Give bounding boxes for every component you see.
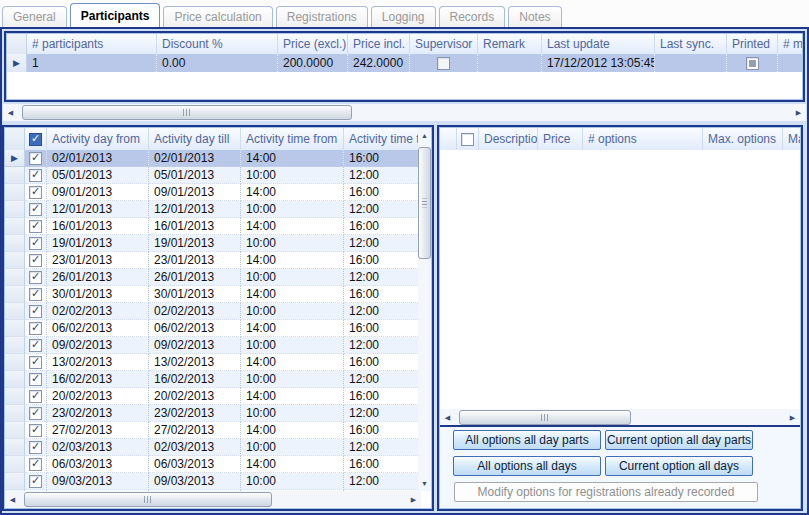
scroll-up-icon[interactable]: ▲: [418, 128, 431, 143]
activity-row[interactable]: 06/03/2013 06/03/2013 14:00 16:00: [5, 456, 418, 473]
current-option-all-days-button[interactable]: Current option all days: [605, 456, 753, 476]
activity-checkbox[interactable]: [29, 169, 42, 182]
col-printed[interactable]: Printed: [727, 34, 778, 54]
activity-row[interactable]: 09/01/2013 09/01/2013 14:00 16:00: [5, 184, 418, 201]
col-participants[interactable]: # participants: [27, 34, 157, 54]
activity-row[interactable]: 30/01/2013 30/01/2013 14:00 16:00: [5, 286, 418, 303]
col-remark[interactable]: Remark: [478, 34, 542, 54]
row-header-cell[interactable]: [5, 184, 25, 201]
row-header-cell[interactable]: [5, 473, 25, 490]
row-header-cell[interactable]: [5, 303, 25, 320]
current-option-all-day-parts-button[interactable]: Current option all day parts: [605, 430, 753, 450]
row-header-cell[interactable]: [5, 388, 25, 405]
scroll-left-icon[interactable]: ◀: [3, 104, 18, 121]
activity-row[interactable]: 02/03/2013 02/03/2013 10:00 12:00: [5, 439, 418, 456]
row-header-cell[interactable]: [5, 201, 25, 218]
participants-hscrollbar-thumb[interactable]: [22, 105, 352, 120]
modify-options-button[interactable]: Modify options for registrations already…: [454, 482, 758, 502]
activity-vscrollbar-thumb[interactable]: [418, 147, 431, 259]
row-header-cell[interactable]: [5, 337, 25, 354]
row-header-cell[interactable]: [5, 320, 25, 337]
activity-row[interactable]: 26/01/2013 26/01/2013 10:00 12:00: [5, 269, 418, 286]
row-header-cell[interactable]: ▶: [5, 150, 25, 167]
col-price-excl[interactable]: Price (excl.): [278, 34, 348, 54]
activity-row[interactable]: 09/03/2013 09/03/2013 10:00 12:00: [5, 473, 418, 490]
row-header-cell[interactable]: [5, 456, 25, 473]
col-price[interactable]: Price: [538, 128, 583, 150]
activity-row[interactable]: 20/02/2013 20/02/2013 14:00 16:00: [5, 388, 418, 405]
row-header-cell[interactable]: [5, 439, 25, 456]
activity-checkbox[interactable]: [29, 305, 42, 318]
activity-row[interactable]: 23/02/2013 23/02/2013 10:00 12:00: [5, 405, 418, 422]
row-header-cell[interactable]: [5, 167, 25, 184]
col-ma-truncated[interactable]: Ma: [783, 128, 800, 150]
activity-row[interactable]: 19/01/2013 19/01/2013 10:00 12:00: [5, 235, 418, 252]
tab-notes[interactable]: Notes: [508, 6, 561, 27]
activity-row[interactable]: 05/01/2013 05/01/2013 10:00 12:00: [5, 167, 418, 184]
activity-vscrollbar-track[interactable]: [418, 143, 431, 476]
supervisor-checkbox[interactable]: [437, 57, 450, 70]
activity-checkbox[interactable]: [29, 220, 42, 233]
col-activity-day-till[interactable]: Activity day till: [149, 128, 241, 150]
tab-general[interactable]: General: [2, 6, 67, 27]
activity-row[interactable]: ▶ 02/01/2013 02/01/2013 14:00 16:00: [5, 150, 418, 167]
activity-checkbox[interactable]: [29, 424, 42, 437]
col-num-options[interactable]: # options: [583, 128, 703, 150]
row-header-cell[interactable]: [5, 422, 25, 439]
activity-checkbox[interactable]: [29, 203, 42, 216]
activity-checkbox[interactable]: [29, 458, 42, 471]
activity-checkbox[interactable]: [29, 288, 42, 301]
activity-checkbox[interactable]: [29, 475, 42, 488]
all-options-all-days-button[interactable]: All options all days: [453, 456, 601, 476]
activity-checkbox[interactable]: [29, 186, 42, 199]
col-description[interactable]: Description: [479, 128, 538, 150]
scroll-right-icon[interactable]: ▶: [785, 409, 800, 426]
row-header-cell[interactable]: [5, 252, 25, 269]
participants-hscrollbar-track[interactable]: [18, 105, 791, 120]
activity-row[interactable]: 27/02/2013 27/02/2013 14:00 16:00: [5, 422, 418, 439]
activity-row[interactable]: 09/02/2013 09/02/2013 10:00 12:00: [5, 337, 418, 354]
select-all-activities-checkbox[interactable]: [29, 133, 42, 146]
scroll-left-icon[interactable]: ◀: [440, 409, 455, 426]
activity-row[interactable]: 23/01/2013 23/01/2013 14:00 16:00: [5, 252, 418, 269]
col-max-options[interactable]: Max. options: [703, 128, 783, 150]
scroll-left-icon[interactable]: ◀: [5, 491, 20, 508]
col-activity-time-from[interactable]: Activity time from: [241, 128, 344, 150]
activity-row[interactable]: 16/02/2013 16/02/2013 10:00 12:00: [5, 371, 418, 388]
options-hscrollbar[interactable]: ◀ ▶: [440, 409, 800, 426]
activity-checkbox[interactable]: [29, 237, 42, 250]
options-hscrollbar-thumb[interactable]: [459, 410, 631, 425]
participant-row[interactable]: ▶ 1 0.00 200.0000 242.0000 17/12/2012 13…: [7, 54, 802, 72]
activity-checkbox[interactable]: [29, 152, 42, 165]
tab-price-calculation[interactable]: Price calculation: [163, 6, 272, 27]
activity-checkbox[interactable]: [29, 254, 42, 267]
printed-checkbox[interactable]: [746, 57, 759, 70]
row-header-cell[interactable]: [5, 405, 25, 422]
col-extra[interactable]: # ma: [778, 34, 802, 54]
activity-hscrollbar[interactable]: ◀ ▶: [5, 491, 421, 508]
scroll-right-icon[interactable]: ▶: [406, 491, 421, 508]
row-header-cell[interactable]: [5, 371, 25, 388]
tab-participants[interactable]: Participants: [70, 3, 161, 27]
row-header-cell[interactable]: ▶: [7, 54, 27, 72]
options-hscrollbar-track[interactable]: [455, 410, 785, 425]
activity-row[interactable]: 06/02/2013 06/02/2013 14:00 16:00: [5, 320, 418, 337]
tab-logging[interactable]: Logging: [371, 6, 436, 27]
all-options-all-day-parts-button[interactable]: All options all day parts: [453, 430, 601, 450]
col-last-sync[interactable]: Last sync.: [655, 34, 727, 54]
row-header-cell[interactable]: [5, 286, 25, 303]
activity-checkbox[interactable]: [29, 322, 42, 335]
select-all-options-checkbox[interactable]: [461, 133, 474, 146]
row-header-cell[interactable]: [5, 218, 25, 235]
tab-records[interactable]: Records: [439, 6, 506, 27]
activity-checkbox[interactable]: [29, 373, 42, 386]
col-price-incl[interactable]: Price incl.: [348, 34, 410, 54]
activity-row[interactable]: 02/02/2013 02/02/2013 10:00 12:00: [5, 303, 418, 320]
col-last-update[interactable]: Last update: [542, 34, 655, 54]
activity-hscrollbar-track[interactable]: [20, 492, 406, 507]
row-header-cell[interactable]: [5, 269, 25, 286]
activity-checkbox[interactable]: [29, 356, 42, 369]
activity-vscrollbar[interactable]: ▲ ▼: [418, 128, 431, 491]
row-header-cell[interactable]: [5, 354, 25, 371]
activity-checkbox[interactable]: [29, 390, 42, 403]
